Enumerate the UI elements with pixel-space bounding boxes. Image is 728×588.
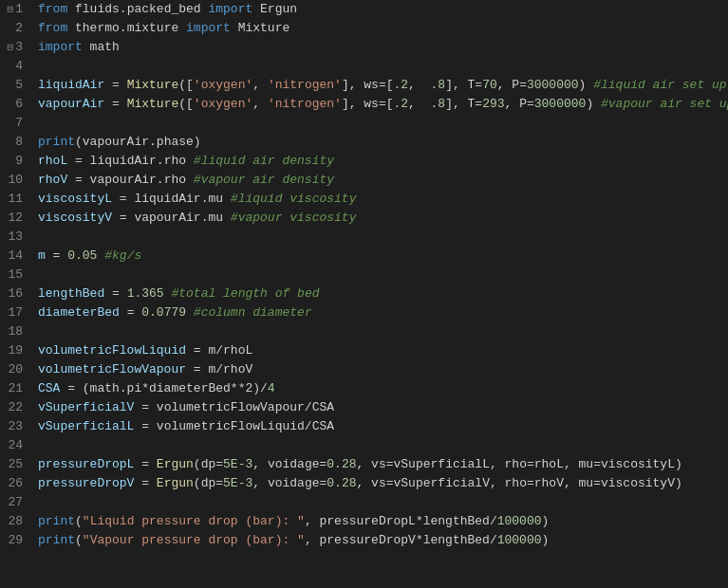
code-editor: ⊟1from fluids.packed_bed import Ergun2fr… <box>0 0 728 550</box>
line-content <box>34 493 728 512</box>
line-number: 18 <box>0 322 34 341</box>
kw-token: import <box>38 40 83 54</box>
num-token: .8 <box>431 78 446 92</box>
code-line: 20volumetricFlowVapour = m/rhoV <box>0 360 728 379</box>
var-token: rhoV <box>38 173 67 187</box>
line-number: 7 <box>0 114 34 133</box>
plain-token: fluids.packed_bed <box>67 2 208 16</box>
plain-token: , vs=vSuperficialL, rho=rhoL, mu=viscosi… <box>357 457 682 471</box>
plain-token: = <box>120 305 141 320</box>
kw-token: from <box>38 21 67 35</box>
line-content: pressureDropL = Ergun(dp=5E-3, voidage=0… <box>34 455 728 474</box>
plain-token: ) <box>542 514 550 528</box>
code-line: 18 <box>0 322 728 341</box>
line-number: 11 <box>0 190 34 209</box>
line-content <box>34 266 728 285</box>
line-number: 10 <box>0 171 34 190</box>
var-token: liquidAir <box>38 78 104 92</box>
line-content: vSuperficialV = volumetricFlowVapour/CSA <box>34 398 728 417</box>
plain-token: (vapourAir.phase) <box>75 135 201 149</box>
var-token: vSuperficialL <box>38 419 134 433</box>
plain-token: ) <box>586 97 601 111</box>
code-line: 4 <box>0 57 728 76</box>
code-line: 14m = 0.05 #kg/s <box>0 247 728 266</box>
plain-token: = <box>104 78 126 92</box>
line-content: print("Vapour pressure drop (bar): ", pr… <box>34 531 728 550</box>
plain-token: , pressureDropV*lengthBed/ <box>305 533 497 547</box>
code-line: 5liquidAir = Mixture(['oxygen', 'nitroge… <box>0 76 728 95</box>
str-token: 'nitrogen' <box>268 78 342 92</box>
line-number: 12 <box>0 209 34 228</box>
line-content <box>34 322 728 341</box>
code-line: ⊟3import math <box>0 38 728 57</box>
line-content: viscosityV = vapourAir.mu #vapour viscos… <box>34 209 728 228</box>
collapse-icon[interactable]: ⊟ <box>8 4 16 15</box>
str-token: 'oxygen' <box>194 78 252 92</box>
comment-token: #liquid air density <box>194 154 334 168</box>
line-number: 21 <box>0 379 34 398</box>
code-line: 9rhoL = liquidAir.rho #liquid air densit… <box>0 152 728 171</box>
line-content: vSuperficialL = volumetricFlowLiquid/CSA <box>34 417 728 436</box>
plain-token: (dp= <box>194 457 223 471</box>
str-token: 'oxygen' <box>194 97 252 111</box>
line-number: 13 <box>0 228 34 247</box>
line-number: 8 <box>0 133 34 152</box>
plain-token: (dp= <box>194 476 223 490</box>
line-content: print("Liquid pressure drop (bar): ", pr… <box>34 512 728 531</box>
line-number: 19 <box>0 341 34 360</box>
code-line: 29print("Vapour pressure drop (bar): ", … <box>0 531 728 550</box>
var-token: CSA <box>38 381 60 395</box>
var-token: pressureDropL <box>38 457 134 471</box>
code-line: 21CSA = (math.pi*diameterBed**2)/4 <box>0 379 728 398</box>
var-token: volumetricFlowLiquid <box>38 343 186 358</box>
plain-token: , vs=vSuperficialV, rho=rhoV, mu=viscosi… <box>357 476 682 490</box>
num-token: 3000000 <box>527 78 579 92</box>
comment-token: #total length of bed <box>171 286 319 301</box>
plain-token <box>186 305 194 320</box>
fn-token: Ergun <box>157 476 194 490</box>
line-content: rhoL = liquidAir.rho #liquid air density <box>34 152 728 171</box>
num-token: 3000000 <box>534 97 587 111</box>
fn-token: Mixture <box>127 78 179 92</box>
comment-token: #vapour air density <box>194 173 334 187</box>
comment-token: #liquid air set up <box>593 78 726 92</box>
code-line: 23vSuperficialL = volumetricFlowLiquid/C… <box>0 417 728 436</box>
comment-token: #vapour air set up <box>601 97 728 111</box>
line-number: 2 <box>0 19 34 38</box>
code-line: 15 <box>0 266 728 285</box>
line-content: viscosityL = liquidAir.mu #liquid viscos… <box>34 190 728 209</box>
line-number: 26 <box>0 474 34 493</box>
line-number: 6 <box>0 95 34 114</box>
plain-token: , <box>408 78 430 92</box>
var-token: diameterBed <box>38 305 120 320</box>
line-content: volumetricFlowLiquid = m/rhoL <box>34 341 728 360</box>
plain-token: ( <box>75 514 83 528</box>
plain-token: = vapourAir.mu <box>112 211 231 225</box>
line-content: vapourAir = Mixture(['oxygen', 'nitrogen… <box>34 95 728 114</box>
plain-token: ], ws=[ <box>342 97 394 111</box>
plain-token: ([ <box>178 97 194 111</box>
line-number: 22 <box>0 398 34 417</box>
code-line: 17diameterBed = 0.0779 #column diameter <box>0 303 728 322</box>
plain-token: , P= <box>497 78 527 92</box>
num-token: 70 <box>482 78 497 92</box>
collapse-icon[interactable]: ⊟ <box>8 42 16 53</box>
code-line: 22vSuperficialV = volumetricFlowVapour/C… <box>0 398 728 417</box>
line-number: 9 <box>0 152 34 171</box>
num-token: 100000 <box>497 514 542 528</box>
line-number: 29 <box>0 531 34 550</box>
var-token: volumetricFlowVapour <box>38 362 186 377</box>
plain-token: ], T= <box>445 97 482 111</box>
plain-token: , <box>252 78 268 92</box>
plain-token: = <box>134 476 156 490</box>
fn-token: Ergun <box>157 457 194 471</box>
line-number: 5 <box>0 76 34 95</box>
code-line: 7 <box>0 114 728 133</box>
line-content <box>34 228 728 247</box>
plain-token: = m/rhoV <box>186 362 252 377</box>
num-token: 100000 <box>497 533 542 547</box>
plain-token: = liquidAir.mu <box>112 192 231 206</box>
line-content: pressureDropV = Ergun(dp=5E-3, voidage=0… <box>34 474 728 493</box>
num-token: 1.365 <box>127 286 164 301</box>
plain-token: ( <box>75 533 83 547</box>
